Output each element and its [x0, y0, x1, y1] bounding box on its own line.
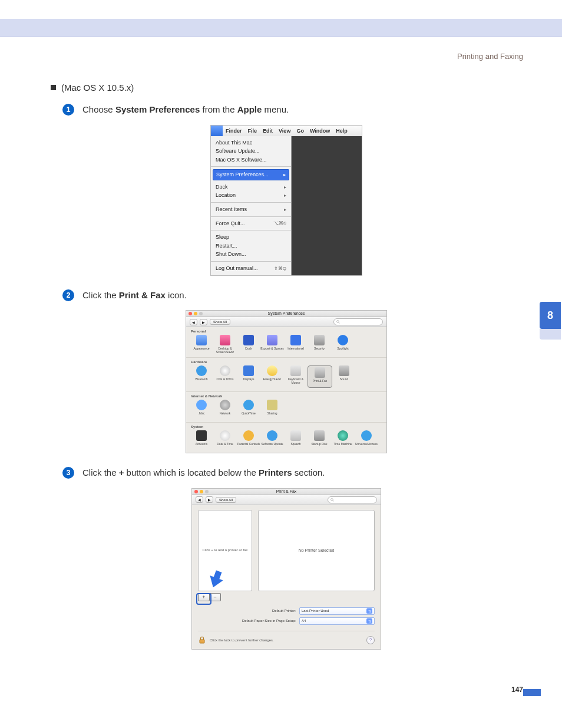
zoom-icon[interactable] — [199, 312, 203, 315]
pref-displays[interactable]: Displays — [237, 365, 260, 388]
pref-keyboard-mouse[interactable]: Keyboard & Mouse — [284, 365, 308, 388]
pref-network[interactable]: Network — [213, 400, 237, 419]
category-system: System — [186, 423, 386, 429]
menu-shutdown[interactable]: Shut Down... — [216, 250, 286, 259]
help-button[interactable]: ? — [366, 636, 375, 644]
menu-system-preferences[interactable]: System Preferences...▸ — [213, 169, 289, 180]
content: (Mac OS X 10.5.x) 1 Choose System Prefer… — [51, 83, 522, 663]
pref-software-update[interactable]: Software Update — [260, 430, 284, 449]
pref-speech[interactable]: Speech — [284, 430, 308, 449]
pref-energy[interactable]: Energy Saver — [260, 365, 284, 388]
forward-button[interactable]: ▶ — [200, 319, 207, 325]
prefs-pane: Personal Appearance Desktop & Screen Sav… — [186, 327, 386, 453]
pref-accounts[interactable]: Accounts — [190, 430, 213, 449]
menu-force-quit[interactable]: Force Quit...⌥⌘⎋ — [216, 219, 286, 228]
svg-marker-4 — [207, 569, 226, 589]
menu-group: Log Out manual...⇧⌘Q — [211, 262, 291, 275]
app-name[interactable]: Finder — [223, 128, 245, 134]
keyboard-mouse-icon — [290, 365, 301, 376]
international-icon — [290, 335, 301, 345]
bullet-square-icon — [51, 85, 56, 90]
menu-sleep[interactable]: Sleep — [216, 233, 286, 242]
default-printer-select[interactable]: Last Printer Used⇅ — [299, 607, 375, 615]
menu-logout[interactable]: Log Out manual...⇧⌘Q — [216, 264, 286, 273]
sound-icon — [339, 365, 349, 376]
chevron-updown-icon: ⇅ — [366, 618, 372, 624]
pref-sound[interactable]: Sound — [332, 365, 356, 388]
chapter-tab-extension — [540, 329, 561, 340]
search-input[interactable] — [333, 318, 383, 325]
displays-icon — [243, 365, 254, 376]
minimize-icon[interactable] — [194, 312, 197, 315]
menu-location[interactable]: Location▸ — [216, 191, 286, 200]
disc-icon — [220, 365, 230, 376]
pref-bluetooth[interactable]: Bluetooth — [190, 365, 213, 388]
dotmac-icon — [196, 400, 207, 410]
back-button[interactable]: ◀ — [190, 319, 197, 325]
pref-parental[interactable]: Parental Controls — [237, 430, 260, 449]
desktop-area — [292, 136, 362, 275]
screenshot-apple-menu: Finder File Edit View Go Window Help Abo… — [210, 125, 362, 276]
search-input[interactable] — [328, 496, 377, 503]
top-blank — [0, 0, 562, 19]
sharing-icon — [267, 400, 277, 410]
menu-edit[interactable]: Edit — [260, 128, 276, 134]
menu-window[interactable]: Window — [307, 128, 333, 134]
show-all-button[interactable]: Show All — [210, 319, 230, 325]
energy-icon — [267, 365, 277, 376]
pref-quicktime[interactable]: QuickTime — [237, 400, 260, 419]
menu-go[interactable]: Go — [293, 128, 307, 134]
pref-spotlight[interactable]: Spotlight — [331, 335, 355, 354]
pref-security[interactable]: Security — [308, 335, 331, 354]
menu-software-update[interactable]: Software Update... — [216, 147, 286, 156]
top-bar — [0, 19, 562, 37]
apple-menu-icon[interactable] — [211, 126, 223, 136]
step-3: 3 Click the + button which is located be… — [62, 466, 522, 480]
pref-time-machine[interactable]: Time Machine — [331, 430, 355, 449]
text: Click the — [82, 290, 119, 300]
security-icon — [314, 335, 325, 345]
pref-startup-disk[interactable]: Startup Disk — [308, 430, 331, 449]
print-fax-icon — [315, 367, 325, 378]
forward-button[interactable]: ▶ — [206, 496, 213, 503]
row-hardware: Bluetooth CDs & DVDs Displays Energy Sav… — [186, 364, 386, 392]
pref-international[interactable]: International — [284, 335, 308, 354]
zoom-icon[interactable] — [205, 490, 209, 493]
pref-desktop[interactable]: Desktop & Screen Saver — [213, 335, 237, 354]
pref-cds-dvds[interactable]: CDs & DVDs — [213, 365, 237, 388]
category-hardware: Hardware — [186, 358, 386, 364]
step-3-text: Click the + button which is located belo… — [82, 466, 325, 480]
pref-date-time[interactable]: Date & Time — [213, 430, 237, 449]
window-titlebar: Print & Fax — [192, 489, 381, 495]
menu-recent-items[interactable]: Recent Items▸ — [216, 205, 286, 214]
pref-print-fax[interactable]: Print & Fax — [308, 365, 332, 388]
pref-dock[interactable]: Dock — [237, 335, 260, 354]
menu-restart[interactable]: Restart... — [216, 242, 286, 251]
menu-help[interactable]: Help — [333, 128, 351, 134]
default-printer-row: Default Printer: Last Printer Used⇅ — [198, 607, 375, 615]
minimize-icon[interactable] — [200, 490, 203, 493]
lock-icon[interactable] — [198, 636, 206, 644]
back-button[interactable]: ◀ — [196, 496, 203, 503]
menu-dock[interactable]: Dock▸ — [216, 183, 286, 192]
pref-appearance[interactable]: Appearance — [190, 335, 213, 354]
menu-file[interactable]: File — [245, 128, 260, 134]
paper-size-select[interactable]: A4⇅ — [299, 617, 375, 625]
pref-universal-access[interactable]: Universal Access — [355, 430, 378, 449]
pref-sharing[interactable]: Sharing — [260, 400, 284, 419]
page-number-strip — [523, 689, 541, 696]
default-printer-label: Default Printer: — [272, 609, 296, 612]
screenshot-system-preferences: System Preferences ◀ ▶ Show All Personal… — [186, 310, 387, 453]
menu-macosx-software[interactable]: Mac OS X Software... — [216, 156, 286, 164]
close-icon[interactable] — [189, 312, 192, 315]
pref-dotmac[interactable]: .Mac — [190, 400, 213, 419]
close-icon[interactable] — [194, 490, 198, 493]
screenshot-2-wrap: System Preferences ◀ ▶ Show All Personal… — [51, 310, 522, 453]
menu-about[interactable]: About This Mac — [216, 139, 286, 147]
submenu-arrow-icon: ▸ — [284, 192, 286, 199]
show-all-button[interactable]: Show All — [216, 497, 236, 503]
window-title: Print & Fax — [192, 489, 381, 493]
pref-expose[interactable]: Exposé & Spaces — [260, 335, 284, 354]
menu-view[interactable]: View — [276, 128, 293, 134]
step-1: 1 Choose System Preferences from the App… — [62, 103, 522, 117]
